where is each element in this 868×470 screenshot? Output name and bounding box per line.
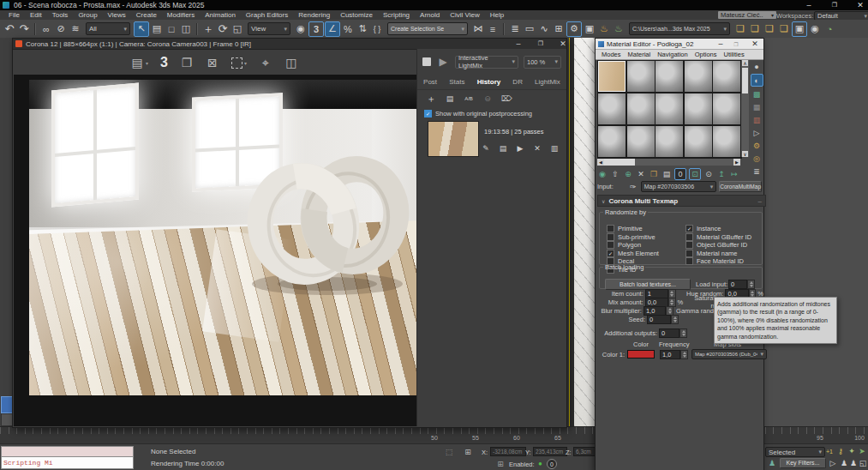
zero-badge[interactable]: 0 xyxy=(547,459,557,469)
material-slot[interactable] xyxy=(655,93,683,124)
history-item[interactable]: 19:13:58 | 25 passes ✎ ▤ ▶ ✕ ▥ xyxy=(424,121,561,167)
scroll-thumb[interactable] xyxy=(604,159,635,166)
tab-dr[interactable]: DR xyxy=(512,78,523,86)
put-to-library-icon[interactable]: ▤ xyxy=(661,169,672,179)
menu-arnold[interactable]: Arnold xyxy=(415,11,445,19)
minimize-button[interactable]: – xyxy=(804,0,814,10)
checkbox-icon[interactable] xyxy=(685,250,693,257)
clear-history-button[interactable]: ⌦ xyxy=(501,93,512,104)
render-production-button[interactable]: ♨ xyxy=(597,22,611,36)
clear-image-button[interactable]: ⊠ xyxy=(206,56,219,69)
absolute-mode-toggle[interactable]: ⊞ xyxy=(463,447,473,457)
window-crossing-toggle[interactable]: ◫ xyxy=(179,22,193,36)
show-in-viewport-icon[interactable]: ⊡ xyxy=(689,168,701,180)
set-key-icon[interactable]: +1 xyxy=(824,446,835,456)
render-canvas[interactable] xyxy=(14,75,416,426)
material-slot[interactable] xyxy=(685,126,712,157)
zoom-dropdown[interactable]: 100 %▾ xyxy=(524,56,561,69)
schematic-view-button[interactable]: ⊞ xyxy=(552,22,566,36)
duplicate-to-history-button[interactable]: ❐ xyxy=(180,56,194,69)
select-object-button[interactable]: ↖ xyxy=(134,21,149,37)
material-slot[interactable] xyxy=(685,93,712,124)
material-id-channel-icon[interactable]: 0 xyxy=(674,168,686,180)
lightmix-mode-dropdown[interactable]: Interactive LightMix▾ xyxy=(455,56,518,69)
close-button[interactable]: ✕ xyxy=(750,39,760,49)
curve-editor-button[interactable]: ∿ xyxy=(537,22,551,36)
y-coordinate-field[interactable]: 235,413cm xyxy=(533,447,567,456)
render-setup-button[interactable]: ⚙ xyxy=(566,21,582,37)
percent-snap-toggle[interactable]: % xyxy=(341,22,355,36)
material-type-button[interactable]: CoronaMultiMap xyxy=(719,181,762,192)
mirror-button[interactable]: ⋈ xyxy=(471,22,485,36)
select-and-move-button[interactable]: ＋ xyxy=(201,22,215,36)
selection-filter-dropdown[interactable]: All▾ xyxy=(86,22,130,35)
material-slot[interactable] xyxy=(685,61,712,92)
snapshot-icon[interactable]: ➤ xyxy=(857,446,867,456)
key-filters-button[interactable]: Key Filters... xyxy=(780,458,826,468)
open-folder-icon[interactable]: ❏ xyxy=(748,22,762,36)
material-slot[interactable] xyxy=(713,61,740,92)
save-image-button[interactable]: ▤▾ xyxy=(130,56,148,69)
project-folder-dropdown[interactable]: C:\Users\aah...3ds Max 2025▾ xyxy=(629,22,730,35)
get-material-icon[interactable]: ◉ xyxy=(597,169,608,179)
active-viewport-sliver[interactable] xyxy=(569,38,596,426)
material-slot[interactable] xyxy=(655,61,683,92)
time-configuration-icon[interactable]: ◔ xyxy=(823,22,836,36)
checkbox-icon[interactable] xyxy=(685,225,693,232)
slot-horizontal-scrollbar[interactable]: ◀ ▶ xyxy=(597,159,740,166)
angle-snap-toggle[interactable]: ∠ xyxy=(325,21,340,37)
toggle-ribbon-button[interactable]: ▭ xyxy=(523,22,536,36)
align-button[interactable]: ≡ xyxy=(486,22,500,36)
checkbox-icon[interactable] xyxy=(607,250,614,257)
tab-history[interactable]: History xyxy=(477,78,501,86)
me-menu-navigation[interactable]: Navigation xyxy=(654,51,691,58)
menu-create[interactable]: Create xyxy=(131,11,162,19)
backlight-icon[interactable]: ◐ xyxy=(751,74,763,87)
add-snapshot-button[interactable]: ＋ xyxy=(426,93,436,104)
selection-lock-toggle[interactable]: ⬚ xyxy=(444,447,454,457)
x-coordinate-field[interactable]: -3218,08cm xyxy=(490,447,526,456)
menu-group[interactable]: Group xyxy=(73,11,102,19)
minimize-button[interactable]: – xyxy=(715,39,726,49)
start-render-button[interactable]: ▶ xyxy=(436,55,450,69)
slot-vertical-scrollbar[interactable]: ∧ ∨ xyxy=(741,60,749,157)
me-menu-modes[interactable]: Modes xyxy=(598,51,625,58)
seed-spinner[interactable] xyxy=(671,315,679,324)
rollout-header[interactable]: ∨ Corona Multi Texmap – xyxy=(597,195,766,207)
maximize-button[interactable]: ❐ xyxy=(731,39,741,49)
auto-key-icon[interactable]: ⚷ xyxy=(835,446,846,456)
frequency1-spinner[interactable] xyxy=(680,350,688,359)
tab-post[interactable]: Post xyxy=(423,78,437,86)
archive-folder-icon[interactable]: ❏ xyxy=(777,22,791,36)
reset-map-icon[interactable]: ✕ xyxy=(636,169,646,179)
checkbox-sub-primitive[interactable]: Sub-primitive xyxy=(607,233,659,242)
background-icon[interactable]: ▩ xyxy=(751,88,763,99)
ab-compare-toggle[interactable]: A/B xyxy=(464,93,474,104)
history-thumbnail[interactable] xyxy=(428,121,479,157)
assign-to-selection-icon[interactable]: ⊕ xyxy=(623,169,633,179)
select-by-material-icon[interactable]: ◎ xyxy=(751,153,763,164)
menu-customize[interactable]: Customize xyxy=(335,11,378,19)
use-center-flyout[interactable]: ◉ xyxy=(294,22,308,36)
tab-stats[interactable]: Stats xyxy=(449,78,464,86)
close-button[interactable]: ✕ xyxy=(558,39,568,49)
material-slot[interactable] xyxy=(598,126,626,157)
material-slot[interactable] xyxy=(627,126,655,157)
menu-scripting[interactable]: Scripting xyxy=(378,11,415,19)
me-menu-material[interactable]: Material xyxy=(625,51,655,58)
key-mode-dropdown[interactable]: Selected▾ xyxy=(765,447,825,457)
select-and-link-icon[interactable]: ∞ xyxy=(39,22,53,36)
put-to-scene-icon[interactable]: ⇧ xyxy=(610,169,620,179)
menu-modifiers[interactable]: Modifiers xyxy=(162,11,200,19)
menu-civil-view[interactable]: Civil View xyxy=(445,11,485,19)
reference-coordinate-dropdown[interactable]: View▾ xyxy=(248,22,290,35)
close-button[interactable]: ✕ xyxy=(855,0,865,10)
menu-edit[interactable]: Edit xyxy=(25,11,47,19)
sample-uv-tiling-icon[interactable]: ▦ xyxy=(751,101,763,112)
select-and-rotate-button[interactable]: ⟳ xyxy=(216,22,230,36)
go-to-parent-icon[interactable]: ↥ xyxy=(716,169,727,179)
key-filters-icon[interactable]: ✦ xyxy=(847,446,857,456)
snapshot-count[interactable]: 3 xyxy=(160,55,168,70)
maximize-viewport-icon[interactable]: ◱ xyxy=(858,458,868,468)
menu-views[interactable]: Views xyxy=(103,11,131,19)
